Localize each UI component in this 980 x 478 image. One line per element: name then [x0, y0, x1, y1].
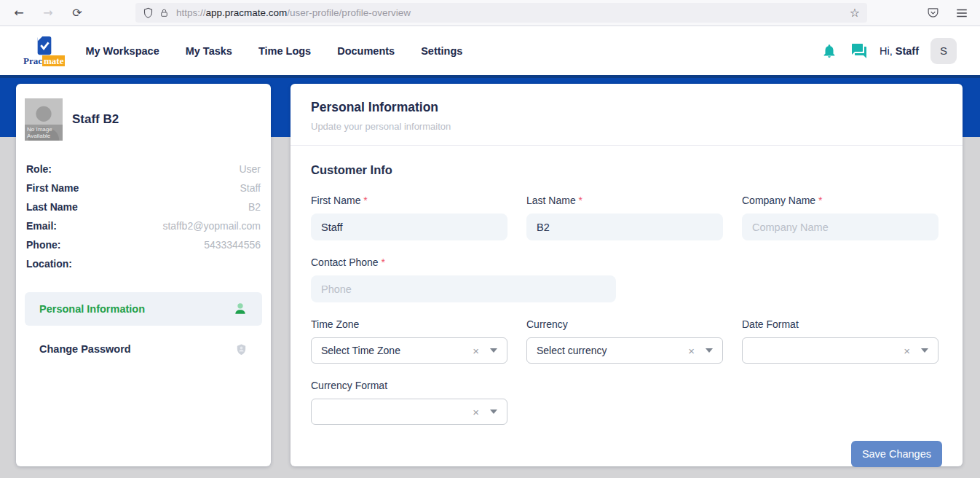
- field-last-name: Last Name *: [526, 195, 723, 240]
- currency-select[interactable]: Select currency ×: [526, 337, 723, 364]
- messages-chat-icon[interactable]: [850, 42, 868, 60]
- form-row-currency-format: Currency Format ×: [311, 380, 942, 425]
- chevron-down-icon: [490, 410, 497, 414]
- time-zone-select[interactable]: Select Time Zone ×: [311, 337, 507, 364]
- detail-row-location: Location:: [25, 254, 262, 273]
- page-title: Personal Information: [311, 100, 942, 115]
- profile-photo-placeholder: No Image Available: [25, 98, 63, 141]
- last-name-input[interactable]: [526, 213, 723, 240]
- required-marker: *: [382, 256, 385, 268]
- menu-item-personal-information[interactable]: Personal Information: [25, 292, 262, 326]
- bookmark-star-icon[interactable]: ☆: [850, 6, 860, 20]
- nav-item-documents[interactable]: Documents: [337, 45, 395, 57]
- detail-row-phone: Phone: 5433344556: [25, 235, 262, 254]
- currency-format-select[interactable]: ×: [311, 399, 507, 425]
- contact-phone-input[interactable]: [311, 275, 616, 302]
- page-background: No Image Available Staff B2 Role: User F…: [0, 75, 980, 478]
- browser-menu-icon[interactable]: [955, 7, 968, 20]
- section-title: Customer Info: [311, 163, 942, 177]
- chevron-down-icon: [490, 348, 497, 353]
- menu-item-change-password[interactable]: Change Password: [25, 332, 262, 366]
- browser-back-button[interactable]: ←: [10, 6, 28, 20]
- nav-item-my-workspace[interactable]: My Workspace: [85, 45, 159, 57]
- field-date-format: Date Format ×: [742, 318, 938, 364]
- customer-info-form: Customer Info First Name * Last Name * C…: [291, 146, 963, 467]
- app-navbar: Pracmate My Workspace My Tasks Time Logs…: [0, 26, 980, 75]
- clear-icon[interactable]: ×: [904, 345, 910, 357]
- page-subtitle: Update your personal informaiton: [311, 121, 942, 132]
- browser-toolbar: ← → ⟳ https://app.pracmate.com/user-prof…: [0, 0, 980, 26]
- pracmate-logo-icon: [36, 36, 53, 56]
- field-currency-format: Currency Format ×: [311, 380, 507, 425]
- detail-row-email: Email: staffb2@yopmail.com: [25, 216, 262, 235]
- form-actions: Save Changes: [311, 441, 942, 467]
- browser-forward-button[interactable]: →: [39, 6, 57, 20]
- notifications-bell-icon[interactable]: [821, 43, 837, 59]
- shield-icon: [235, 342, 248, 356]
- person-icon: [233, 302, 248, 316]
- main-menu: My Workspace My Tasks Time Logs Document…: [85, 45, 462, 57]
- pocket-icon[interactable]: [927, 7, 939, 19]
- profile-summary-card: No Image Available Staff B2 Role: User F…: [16, 84, 271, 466]
- date-format-select[interactable]: ×: [742, 337, 938, 364]
- profile-head: No Image Available Staff B2: [25, 98, 262, 141]
- profile-name: Staff B2: [72, 112, 119, 127]
- form-row-names: First Name * Last Name * Company Name *: [311, 195, 942, 240]
- nav-item-my-tasks[interactable]: My Tasks: [186, 45, 232, 57]
- required-marker: *: [818, 195, 822, 206]
- chevron-down-icon: [921, 348, 928, 353]
- form-row-locale: Time Zone Select Time Zone × Currency Se…: [311, 318, 942, 364]
- browser-address-bar[interactable]: https://app.pracmate.com/user-profile/pr…: [135, 3, 867, 23]
- field-company-name: Company Name *: [742, 195, 938, 240]
- card-header: Personal Information Update your persona…: [291, 84, 963, 146]
- field-time-zone: Time Zone Select Time Zone ×: [311, 318, 507, 364]
- detail-row-first-name: First Name Staff: [25, 179, 262, 197]
- required-marker: *: [363, 195, 367, 206]
- clear-icon[interactable]: ×: [473, 406, 479, 418]
- nav-item-time-logs[interactable]: Time Logs: [258, 45, 311, 57]
- field-first-name: First Name *: [311, 195, 507, 240]
- clear-icon[interactable]: ×: [473, 345, 479, 357]
- profile-side-menu: Personal Information Change Password: [25, 292, 262, 366]
- user-greeting: Hi, Staff: [880, 45, 919, 57]
- nav-item-settings[interactable]: Settings: [421, 45, 462, 57]
- user-avatar[interactable]: S: [930, 38, 957, 64]
- required-marker: *: [579, 195, 582, 206]
- pracmate-logo[interactable]: Pracmate: [23, 36, 65, 66]
- field-currency: Currency Select currency ×: [526, 318, 723, 364]
- first-name-input[interactable]: [311, 213, 507, 240]
- detail-row-last-name: Last Name B2: [25, 197, 262, 216]
- no-image-label: No Image Available: [25, 125, 63, 141]
- profile-details-list: Role: User First Name Staff Last Name B2…: [25, 160, 262, 273]
- url-text: https://app.pracmate.com/user-profile/pr…: [176, 7, 411, 18]
- lock-icon: [159, 8, 169, 18]
- field-contact-phone: Contact Phone *: [311, 256, 616, 302]
- chevron-down-icon: [706, 348, 713, 353]
- save-changes-button[interactable]: Save Changes: [851, 441, 942, 467]
- pracmate-logo-text: Pracmate: [23, 56, 65, 66]
- tracking-shield-icon: [143, 7, 154, 18]
- clear-icon[interactable]: ×: [688, 345, 695, 357]
- company-name-input[interactable]: [742, 213, 938, 240]
- detail-row-role: Role: User: [25, 160, 262, 179]
- browser-reload-button[interactable]: ⟳: [68, 6, 86, 20]
- personal-information-card: Personal Information Update your persona…: [291, 84, 963, 466]
